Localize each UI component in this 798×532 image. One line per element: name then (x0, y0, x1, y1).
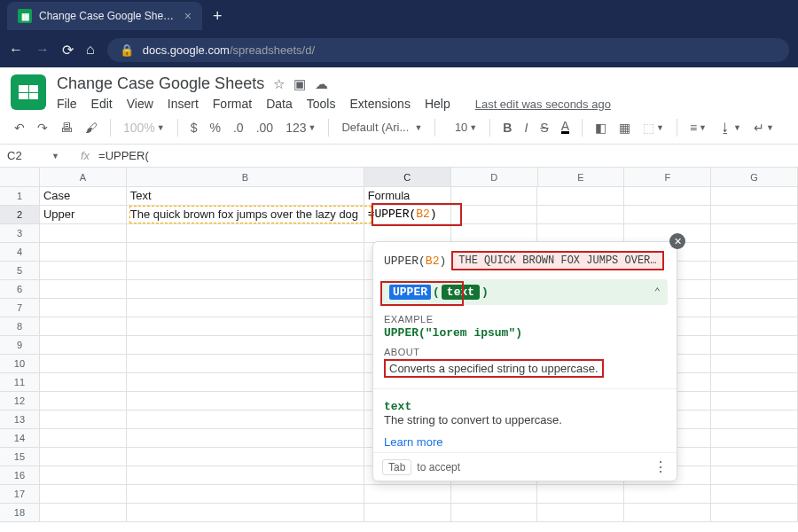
row-header[interactable]: 8 (0, 317, 40, 335)
col-header-d[interactable]: D (451, 168, 538, 186)
more-options-icon[interactable]: ⋮ (653, 458, 668, 475)
col-header-g[interactable]: G (711, 168, 798, 186)
forward-icon[interactable]: → (35, 42, 50, 58)
collapse-icon[interactable]: ⌃ (654, 286, 661, 299)
back-icon[interactable]: ← (9, 42, 23, 58)
merge-icon[interactable]: ⬚ ▼ (639, 117, 668, 138)
cell-B9[interactable] (127, 336, 364, 354)
formula-input[interactable]: =UPPER( (98, 149, 149, 162)
fill-color-icon[interactable]: ◧ (591, 117, 610, 138)
cell-B8[interactable] (127, 317, 364, 335)
paint-format-icon[interactable]: 🖌 (82, 117, 101, 138)
cell-C3[interactable] (364, 224, 451, 242)
cell-B4[interactable] (127, 243, 364, 261)
cell-A17[interactable] (40, 485, 127, 503)
cell-B18[interactable] (127, 504, 364, 521)
col-header-e[interactable]: E (538, 168, 625, 186)
cell-G10[interactable] (711, 355, 798, 372)
cell-A5[interactable] (40, 262, 127, 279)
cell-A4[interactable] (40, 243, 127, 261)
cell-E3[interactable] (537, 224, 624, 242)
cell-A1[interactable]: Case (40, 187, 127, 205)
cell-F1[interactable] (624, 187, 711, 205)
borders-icon[interactable]: ▦ (615, 117, 634, 138)
cell-A15[interactable] (40, 448, 127, 466)
cell-A8[interactable] (40, 317, 127, 335)
cell-G15[interactable] (711, 448, 798, 466)
cell-F17[interactable] (624, 485, 711, 503)
row-header[interactable]: 2 (0, 206, 40, 223)
popup-close-icon[interactable]: ✕ (669, 233, 685, 249)
row-header[interactable]: 5 (0, 262, 40, 279)
select-all-corner[interactable] (0, 168, 40, 186)
browser-tab[interactable]: ▦ Change Case Google Sheets - Go × (7, 2, 202, 30)
cell-B11[interactable] (127, 373, 364, 391)
currency-icon[interactable]: $ (187, 117, 201, 138)
document-title[interactable]: Change Case Google Sheets (57, 74, 264, 93)
row-header[interactable]: 15 (0, 448, 40, 466)
font-selector[interactable]: Default (Ari...▼ (338, 117, 426, 137)
cell-B13[interactable] (127, 411, 364, 428)
cell-A3[interactable] (40, 224, 127, 242)
cell-G17[interactable] (711, 485, 798, 503)
menu-extensions[interactable]: Extensions (349, 97, 410, 111)
row-header[interactable]: 4 (0, 243, 40, 261)
vertical-align-icon[interactable]: ⭳▼ (716, 117, 745, 138)
redo-icon[interactable]: ↷ (34, 117, 51, 138)
cell-G13[interactable] (711, 411, 798, 428)
row-header[interactable]: 1 (0, 187, 40, 205)
cell-G2[interactable] (711, 206, 798, 223)
row-header[interactable]: 7 (0, 299, 40, 317)
row-header[interactable]: 6 (0, 280, 40, 298)
address-bar[interactable]: 🔒 docs.google.com/spreadsheets/d/ (107, 38, 789, 62)
reload-icon[interactable]: ⟳ (62, 42, 74, 59)
cell-B2[interactable]: The quick brown fox jumps over the lazy … (127, 206, 364, 223)
cell-G1[interactable] (711, 187, 798, 205)
text-wrap-icon[interactable]: ↵▼ (750, 117, 778, 138)
row-header[interactable]: 14 (0, 429, 40, 447)
increase-decimal-icon[interactable]: .00 (253, 117, 277, 138)
cell-B12[interactable] (127, 392, 364, 410)
cell-A14[interactable] (40, 429, 127, 447)
row-header[interactable]: 12 (0, 392, 40, 410)
cell-G12[interactable] (711, 392, 798, 410)
sheets-logo-icon[interactable] (11, 74, 46, 110)
cell-G16[interactable] (711, 466, 798, 484)
cell-B16[interactable] (127, 466, 364, 484)
menu-file[interactable]: File (57, 97, 77, 111)
col-header-f[interactable]: F (624, 168, 711, 186)
cell-B1[interactable]: Text (127, 187, 364, 205)
last-edit-link[interactable]: Last edit was seconds ago (475, 98, 611, 111)
cell-F2[interactable] (624, 206, 711, 223)
row-header[interactable]: 3 (0, 224, 40, 242)
cell-A2[interactable]: Upper (40, 206, 127, 223)
cell-A6[interactable] (40, 280, 127, 298)
name-box-caret-icon[interactable]: ▼ (51, 152, 59, 160)
italic-icon[interactable]: I (520, 117, 531, 138)
cell-G8[interactable] (711, 317, 798, 335)
print-icon[interactable]: 🖶 (57, 117, 76, 138)
row-header[interactable]: 18 (0, 504, 40, 521)
learn-more-link[interactable]: Learn more (384, 435, 666, 449)
cell-C18[interactable] (364, 504, 451, 521)
cell-G6[interactable] (711, 280, 798, 298)
cell-D17[interactable] (451, 485, 538, 503)
cell-E2[interactable] (537, 206, 624, 223)
home-icon[interactable]: ⌂ (86, 42, 95, 58)
star-icon[interactable]: ☆ (273, 76, 285, 92)
col-header-b[interactable]: B (127, 168, 364, 186)
menu-insert[interactable]: Insert (168, 97, 199, 111)
close-icon[interactable]: × (184, 9, 192, 23)
cell-C2[interactable]: =UPPER(B2) (364, 206, 451, 223)
menu-view[interactable]: View (127, 97, 153, 111)
new-tab-button[interactable]: + (213, 7, 223, 26)
cell-G4[interactable] (711, 243, 798, 261)
cell-C1[interactable]: Formula (364, 187, 451, 205)
cell-A10[interactable] (40, 355, 127, 372)
col-header-a[interactable]: A (40, 168, 127, 186)
menu-format[interactable]: Format (213, 97, 252, 111)
cell-F3[interactable] (624, 224, 711, 242)
move-icon[interactable]: ▣ (293, 76, 306, 92)
bold-icon[interactable]: B (499, 117, 515, 138)
row-header[interactable]: 9 (0, 336, 40, 354)
